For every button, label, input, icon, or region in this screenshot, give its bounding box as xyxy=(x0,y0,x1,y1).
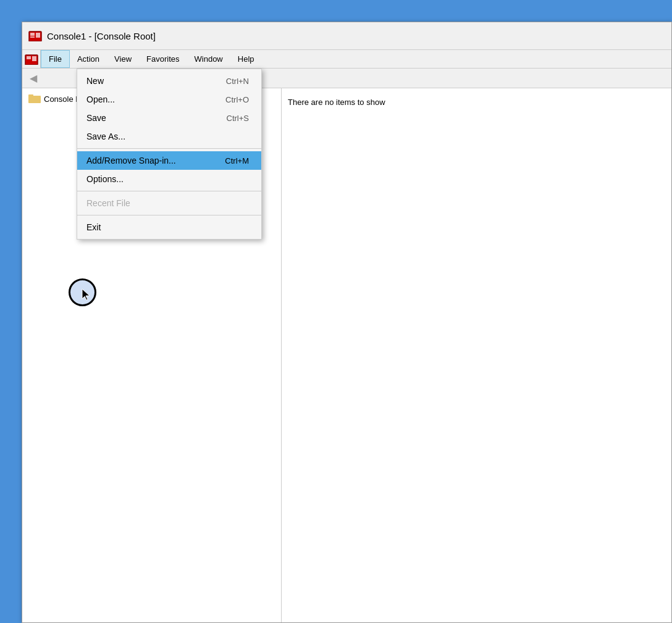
svg-rect-8 xyxy=(28,94,33,98)
separator-1 xyxy=(77,148,261,149)
file-dropdown-menu: New Ctrl+N Open... Ctrl+O Save Ctrl+S Sa… xyxy=(77,69,262,240)
menu-window[interactable]: Window xyxy=(187,50,230,68)
menu-action[interactable]: Action xyxy=(70,50,107,68)
menu-item-open[interactable]: Open... Ctrl+O xyxy=(77,90,261,109)
menu-item-recent-file: Recent File xyxy=(77,194,261,212)
svg-rect-6 xyxy=(32,56,36,61)
cursor-indicator xyxy=(69,278,96,306)
svg-rect-3 xyxy=(36,33,40,38)
window-title: Console1 - [Console Root] xyxy=(47,31,156,41)
right-panel: There are no items to show xyxy=(282,88,671,622)
title-bar: Console1 - [Console Root] xyxy=(22,22,671,50)
window-icon xyxy=(28,29,42,43)
menu-help[interactable]: Help xyxy=(230,50,262,68)
separator-3 xyxy=(77,215,261,215)
menu-view[interactable]: View xyxy=(107,50,139,68)
svg-rect-1 xyxy=(30,33,35,36)
menu-item-options[interactable]: Options... xyxy=(77,170,261,188)
menu-item-new[interactable]: New Ctrl+N xyxy=(77,72,261,90)
menu-bar: File Action View Favorites Window Help N… xyxy=(22,50,671,69)
menu-bar-icon xyxy=(22,50,41,69)
menu-favorites[interactable]: Favorites xyxy=(139,50,187,68)
folder-icon xyxy=(28,93,41,105)
menu-item-add-remove-snap-in[interactable]: Add/Remove Snap-in... Ctrl+M xyxy=(77,151,261,170)
no-items-message: There are no items to show xyxy=(288,94,385,107)
svg-rect-2 xyxy=(30,36,35,38)
main-window: Console1 - [Console Root] File Action Vi… xyxy=(22,22,672,623)
back-arrow-icon: ◀ xyxy=(30,72,37,84)
svg-rect-5 xyxy=(27,56,31,59)
menu-item-exit[interactable]: Exit xyxy=(77,218,261,236)
back-button[interactable]: ◀ xyxy=(25,70,41,86)
menu-item-save-as[interactable]: Save As... xyxy=(77,127,261,146)
separator-2 xyxy=(77,191,261,191)
menu-item-save[interactable]: Save Ctrl+S xyxy=(77,109,261,127)
menu-file[interactable]: File xyxy=(41,50,70,68)
